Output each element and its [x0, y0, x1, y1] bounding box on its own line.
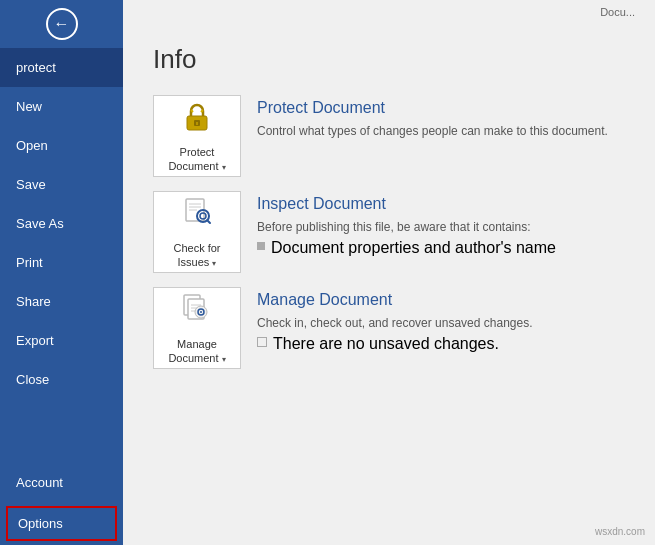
manage-title: Manage Document — [257, 291, 625, 309]
sidebar-label-print: Print — [16, 255, 43, 270]
svg-line-8 — [207, 220, 210, 223]
bullet-square-icon — [257, 242, 265, 250]
content-area: Info ProtectDocument ▾ Protect Doc — [123, 28, 655, 545]
sidebar-item-new[interactable]: New — [0, 87, 123, 126]
page-title: Info — [153, 44, 625, 75]
sidebar-item-open[interactable]: Open — [0, 126, 123, 165]
sidebar-item-export[interactable]: Export — [0, 321, 123, 360]
sidebar-item-save-as[interactable]: Save As — [0, 204, 123, 243]
inspect-description: Before publishing this file, be aware th… — [257, 218, 625, 236]
sidebar-item-save[interactable]: Save — [0, 165, 123, 204]
info-item-inspect: Check forIssues ▾ Inspect Document Befor… — [153, 191, 625, 273]
sidebar-label-close: Close — [16, 372, 49, 387]
manage-icon-label: ManageDocument ▾ — [168, 337, 225, 366]
manage-description: Check in, check out, and recover unsaved… — [257, 314, 625, 332]
info-item-manage: ManageDocument ▾ Manage Document Check i… — [153, 287, 625, 369]
protect-icon-label: ProtectDocument ▾ — [168, 145, 225, 174]
sidebar-label-options: Options — [18, 516, 63, 531]
lock-icon — [179, 98, 215, 141]
protect-title: Protect Document — [257, 99, 625, 117]
manage-bullet-text: There are no unsaved changes. — [273, 335, 499, 353]
back-arrow-icon: ← — [54, 15, 70, 33]
title-bar: Docu... — [123, 0, 655, 28]
sidebar-spacer — [0, 399, 123, 463]
sidebar-label-info: protect — [16, 60, 56, 75]
manage-text: Manage Document Check in, check out, and… — [257, 287, 625, 353]
manage-document-button[interactable]: ManageDocument ▾ — [153, 287, 241, 369]
inspect-title: Inspect Document — [257, 195, 625, 213]
sidebar-label-save-as: Save As — [16, 216, 64, 231]
bullet-outline-icon — [257, 337, 267, 347]
sidebar-label-export: Export — [16, 333, 54, 348]
sidebar-label-save: Save — [16, 177, 46, 192]
check-for-issues-button[interactable]: Check forIssues ▾ — [153, 191, 241, 273]
sidebar-label-new: New — [16, 99, 42, 114]
sidebar-item-options[interactable]: Options — [6, 506, 117, 541]
info-item-protect: ProtectDocument ▾ Protect Document Contr… — [153, 95, 625, 177]
back-button[interactable]: ← — [0, 0, 123, 48]
main-content: Docu... Info ProtectDocument ▾ — [123, 0, 655, 545]
sidebar-label-open: Open — [16, 138, 48, 153]
protect-description: Control what types of changes people can… — [257, 122, 625, 140]
back-arrow-circle[interactable]: ← — [46, 8, 78, 40]
sidebar-item-close[interactable]: Close — [0, 360, 123, 399]
inspect-icon-label: Check forIssues ▾ — [173, 241, 220, 270]
sidebar-label-account: Account — [16, 475, 63, 490]
manage-icon — [179, 290, 215, 333]
manage-bullet-1: There are no unsaved changes. — [257, 335, 625, 353]
sidebar-item-share[interactable]: Share — [0, 282, 123, 321]
sidebar-item-account[interactable]: Account — [0, 463, 123, 502]
sidebar-item-print[interactable]: Print — [0, 243, 123, 282]
inspect-icon — [179, 194, 215, 237]
protect-text: Protect Document Control what types of c… — [257, 95, 625, 140]
inspect-text: Inspect Document Before publishing this … — [257, 191, 625, 257]
sidebar-label-share: Share — [16, 294, 51, 309]
inspect-bullet-1: Document properties and author's name — [257, 239, 625, 257]
watermark: wsxdn.com — [595, 526, 645, 537]
sidebar: ← protect New Open Save Save As Print Sh… — [0, 0, 123, 545]
title-bar-text: Docu... — [600, 6, 635, 18]
svg-point-16 — [200, 311, 202, 313]
sidebar-item-info[interactable]: protect — [0, 48, 123, 87]
protect-document-button[interactable]: ProtectDocument ▾ — [153, 95, 241, 177]
inspect-bullet-text: Document properties and author's name — [271, 239, 556, 257]
